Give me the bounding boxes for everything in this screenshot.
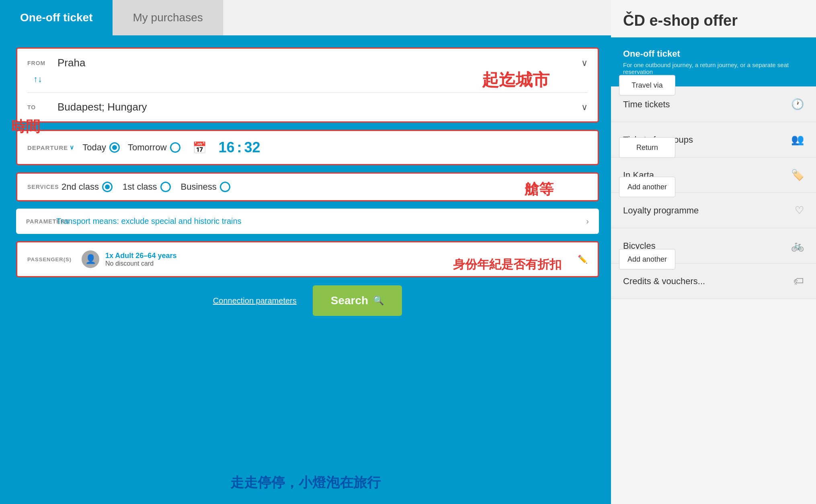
to-label: TO — [27, 104, 51, 111]
from-to-box: 起迄城市 FROM Praha ∨ ↑↓ TO Budapest; Hungar… — [16, 47, 599, 123]
time-tickets-icon: 🕐 — [791, 98, 804, 111]
groups-icon: 👥 — [791, 133, 804, 146]
service-business-option[interactable]: Business — [181, 182, 230, 192]
time-minute[interactable]: 32 — [244, 139, 260, 156]
departure-section: DEPARTURE ∨ Today Tomorrow 📅 16 : — [27, 139, 588, 156]
search-icon: 🔍 — [373, 295, 384, 306]
tab-bar: One-off ticket My purchases — [0, 0, 611, 35]
sidebar-item-time-label: Time tickets — [623, 99, 791, 110]
from-chevron-icon[interactable]: ∨ — [581, 58, 588, 68]
service-business-radio[interactable] — [220, 182, 230, 192]
sidebar-item-loyalty[interactable]: Loyalty programme ♡ — [611, 193, 816, 228]
services-section: SERVICES 2nd class 1st class Business — [27, 182, 588, 192]
service-2nd-label: 2nd class — [62, 182, 99, 192]
from-row: FROM Praha ∨ — [27, 57, 588, 69]
edit-passenger-icon[interactable]: ✏️ — [578, 254, 588, 264]
passenger-box: 身份年紀是否有折扣 PASSENGER(S) 👤 1x Adult 26–64 … — [16, 241, 599, 277]
passenger-section: PASSENGER(S) 👤 1x Adult 26–64 years No d… — [27, 250, 588, 268]
from-value[interactable]: Praha — [57, 57, 575, 69]
karta-icon: 🏷️ — [791, 169, 804, 181]
sidebar-item-one-off-content: One-off ticket For one outbound journey,… — [623, 49, 804, 75]
services-label: SERVICES — [27, 184, 51, 190]
passenger-info: 1x Adult 26–64 years No discount card — [105, 252, 176, 267]
to-row: TO Budapest; Hungary ∨ — [27, 101, 588, 113]
tomorrow-option[interactable]: Tomorrow — [128, 142, 180, 153]
today-radio[interactable] — [109, 142, 120, 153]
search-button[interactable]: Search 🔍 — [313, 285, 402, 316]
from-label: FROM — [27, 60, 51, 66]
avatar: 👤 — [82, 250, 99, 268]
service-1st-radio[interactable] — [160, 182, 171, 192]
passenger-wrapper: 身份年紀是否有折扣 PASSENGER(S) 👤 1x Adult 26–64 … — [16, 241, 599, 277]
tab-my-purchases[interactable]: My purchases — [113, 0, 223, 35]
bicycles-icon: 🚲 — [791, 240, 804, 252]
departure-chevron-icon[interactable]: ∨ — [70, 144, 74, 151]
sidebar-item-one-off-desc: For one outbound journey, a return journ… — [623, 61, 804, 75]
to-value[interactable]: Budapest; Hungary — [57, 101, 575, 113]
service-2nd-radio[interactable] — [102, 182, 113, 192]
time-display: 16 : 32 — [219, 139, 260, 156]
service-business-label: Business — [181, 182, 217, 192]
service-1st-label: 1st class — [123, 182, 157, 192]
main-area: One-off ticket My purchases 起迄城市 FROM Pr… — [0, 0, 611, 504]
service-2nd-option[interactable]: 2nd class — [62, 182, 113, 192]
today-option[interactable]: Today — [82, 142, 120, 153]
add-another-passenger-button[interactable]: Add another — [619, 249, 675, 270]
annotation-bottom: 走走停停，小燈泡在旅行 — [230, 473, 381, 492]
services-box: 艙等 SERVICES 2nd class 1st class Business — [16, 172, 599, 201]
connection-params-link[interactable]: Connection parameters — [213, 296, 297, 305]
from-to-section: FROM Praha ∨ ↑↓ TO Budapest; Hungary ∨ — [27, 57, 588, 113]
bottom-bar: Connection parameters Search 🔍 — [16, 285, 599, 316]
divider — [27, 92, 588, 93]
parameters-wrapper: PARAMETERS Transport means: exclude spec… — [16, 209, 599, 234]
time-hour[interactable]: 16 — [219, 139, 235, 156]
tomorrow-radio[interactable] — [170, 142, 180, 153]
departure-label: DEPARTURE ∨ — [27, 144, 74, 151]
passenger-discount: No discount card — [105, 260, 176, 267]
sidebar-title: ČD e-shop offer — [611, 0, 816, 37]
params-section: PARAMETERS Transport means: exclude spec… — [26, 217, 589, 226]
service-1st-option[interactable]: 1st class — [123, 182, 171, 192]
credits-icon: 🏷 — [793, 275, 804, 287]
params-link[interactable]: Transport means: exclude special and his… — [56, 217, 580, 226]
time-colon: : — [237, 139, 242, 156]
add-another-services-button[interactable]: Add another — [619, 177, 675, 197]
return-button[interactable]: Return — [619, 137, 675, 158]
from-to-wrapper: 起迄城市 FROM Praha ∨ ↑↓ TO Budapest; Hungar… — [16, 47, 599, 123]
to-chevron-icon[interactable]: ∨ — [581, 102, 588, 113]
sidebar-item-loyalty-label: Loyalty programme — [623, 205, 795, 216]
content-area: 起迄城市 FROM Praha ∨ ↑↓ TO Budapest; Hungar… — [0, 35, 611, 504]
params-label: PARAMETERS — [26, 218, 50, 225]
calendar-icon[interactable]: 📅 — [193, 141, 207, 154]
parameters-box: PARAMETERS Transport means: exclude spec… — [16, 209, 599, 234]
loyalty-icon: ♡ — [795, 204, 804, 217]
departure-wrapper: 時間 DEPARTURE ∨ Today Tomorrow 📅 — [16, 130, 599, 165]
sidebar-item-one-off-label: One-off ticket — [623, 49, 804, 59]
travel-via-button[interactable]: Travel via — [619, 75, 675, 95]
services-wrapper: 艙等 SERVICES 2nd class 1st class Business — [16, 172, 599, 201]
search-btn-label: Search — [331, 294, 368, 307]
tab-one-off-ticket[interactable]: One-off ticket — [0, 0, 113, 35]
sidebar-item-credits-label: Credits & vouchers... — [623, 276, 793, 287]
passenger-label: PASSENGER(S) — [27, 256, 76, 262]
swap-icon[interactable]: ↑↓ — [33, 74, 42, 84]
params-chevron-icon[interactable]: › — [586, 217, 589, 226]
passenger-count: 1x Adult 26–64 years — [105, 252, 176, 260]
departure-box: 時間 DEPARTURE ∨ Today Tomorrow 📅 — [16, 130, 599, 165]
